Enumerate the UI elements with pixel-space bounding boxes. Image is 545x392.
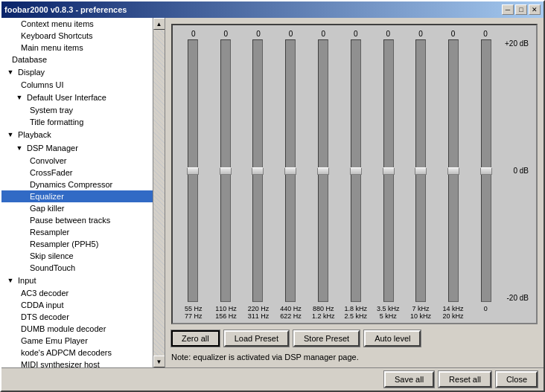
- sidebar-item-soundtouch[interactable]: SoundTouch: [1, 262, 153, 274]
- reset-all-button[interactable]: Reset all: [439, 371, 491, 388]
- zero-all-button[interactable]: Zero all: [171, 330, 220, 347]
- sidebar-item-columns-ui[interactable]: Columns UI: [1, 79, 153, 91]
- eq-sliders-inner: [177, 39, 502, 302]
- eq-slider-thumb[interactable]: [187, 167, 199, 175]
- sidebar-item-game-emu-player[interactable]: Game Emu Player: [1, 335, 153, 347]
- eq-slider-55Hz[interactable]: [177, 39, 208, 302]
- scroll-down-arrow[interactable]: ▼: [153, 356, 165, 367]
- sidebar-item-gap-killer[interactable]: Gap killer: [1, 202, 153, 214]
- sidebar-item-ac3-decoder[interactable]: AC3 decoder: [1, 287, 153, 299]
- sidebar-item-dts-decoder[interactable]: DTS decoder: [1, 311, 153, 323]
- eq-slider-thumb[interactable]: [284, 167, 296, 175]
- eq-slider-track[interactable]: [383, 39, 394, 302]
- expander-playback[interactable]: ▼: [4, 129, 16, 141]
- sidebar-item-pause-between-tracks[interactable]: Pause between tracks: [1, 214, 153, 226]
- sidebar-item-resampler[interactable]: Resampler: [1, 226, 153, 238]
- sidebar-item-keyboard-shortcuts[interactable]: Keyboard Shortcuts: [1, 30, 153, 42]
- eq-slider-track[interactable]: [188, 39, 198, 302]
- sidebar-scrollbar[interactable]: ▲ ▼: [153, 18, 165, 367]
- eq-slider-110Hz[interactable]: [210, 39, 241, 302]
- sidebar-item-resampler-pphs[interactable]: Resampler (PPH5): [1, 238, 153, 250]
- sidebar-item-default-user-interface[interactable]: ▼Default User Interface: [1, 91, 153, 104]
- eq-slider-880Hz[interactable]: [307, 39, 339, 302]
- eq-slider-thumb[interactable]: [383, 167, 395, 175]
- auto-level-button[interactable]: Auto level: [364, 330, 421, 347]
- load-preset-button[interactable]: Load Preset: [224, 330, 289, 347]
- eq-slider-track[interactable]: [252, 39, 263, 302]
- eq-slider-thumb[interactable]: [415, 167, 427, 175]
- sidebar-item-kodes-adpcm-decoders[interactable]: kode's ADPCM decoders: [1, 347, 153, 359]
- sidebar-content: Context menu itemsKeyboard ShortcutsMain…: [1, 18, 153, 367]
- sidebar-item-equalizer[interactable]: Equalizer: [1, 190, 153, 202]
- sidebar-label-gap-killer: Gap killer: [28, 203, 66, 213]
- sidebar-item-convolver[interactable]: Convolver: [1, 155, 153, 167]
- eq-slider-track[interactable]: [285, 39, 296, 302]
- minimize-button[interactable]: ─: [502, 4, 514, 15]
- bottom-bar: Save all Reset all Close: [1, 367, 544, 391]
- sidebar-label-database: Database: [10, 54, 48, 65]
- eq-freq-880Hz: 880 Hz1.2 kHz: [307, 305, 340, 320]
- eq-slider-track[interactable]: [481, 39, 491, 302]
- sidebar-item-crossfader[interactable]: CrossFader: [1, 167, 153, 179]
- sidebar-item-skip-silence[interactable]: Skip silence: [1, 250, 153, 262]
- title-bar: foobar2000 v0.8.3 - preferences ─ □ ✕: [1, 1, 544, 18]
- eq-slider-1.8kHz[interactable]: [340, 39, 372, 302]
- close-window-button[interactable]: ✕: [529, 4, 541, 15]
- save-all-button[interactable]: Save all: [384, 371, 434, 388]
- eq-slider-thumb[interactable]: [252, 167, 264, 175]
- eq-freq-110Hz: 110 Hz156 Hz: [210, 305, 243, 320]
- sidebar-item-system-tray[interactable]: System tray: [1, 104, 153, 116]
- sidebar-item-cdda-input[interactable]: CDDA input: [1, 299, 153, 311]
- eq-slider-track[interactable]: [351, 39, 361, 302]
- store-preset-button[interactable]: Store Preset: [293, 330, 360, 347]
- scroll-up-arrow[interactable]: ▲: [153, 18, 165, 30]
- scroll-track[interactable]: [153, 30, 165, 356]
- sidebar-label-crossfader: CrossFader: [28, 167, 74, 178]
- eq-slider-thumb[interactable]: [447, 167, 459, 175]
- eq-slider-7kHz[interactable]: [406, 39, 437, 302]
- eq-slider-220Hz[interactable]: [243, 39, 274, 302]
- eq-slider-track[interactable]: [318, 39, 328, 302]
- expander-default-user-interface[interactable]: ▼: [13, 91, 25, 103]
- sidebar-item-dsp-manager[interactable]: ▼DSP Manager: [1, 141, 153, 155]
- db-label: -20 dB: [507, 294, 529, 302]
- sidebar-label-equalizer: Equalizer: [28, 191, 66, 202]
- eq-slider-14kHz[interactable]: [438, 39, 469, 302]
- sidebar-item-input[interactable]: ▼Input: [1, 274, 153, 287]
- sidebar-label-ac3-decoder: AC3 decoder: [19, 288, 70, 298]
- sidebar-item-context-menu-items[interactable]: Context menu items: [1, 18, 153, 30]
- expander-input[interactable]: ▼: [4, 274, 16, 286]
- eq-slider-3.5kHz[interactable]: [373, 39, 404, 302]
- eq-frame: 0000000000 +20 dB0 dB-20 dB 55 Hz77 Hz11…: [171, 24, 538, 324]
- sidebar-label-pause-between-tracks: Pause between tracks: [28, 215, 112, 225]
- sidebar-item-dynamics-compressor[interactable]: Dynamics Compressor: [1, 179, 153, 190]
- sidebar-item-title-formatting[interactable]: Title formatting: [1, 116, 153, 128]
- expander-dsp-manager[interactable]: ▼: [13, 142, 25, 154]
- expander-display[interactable]: ▼: [4, 66, 16, 78]
- eq-slider-track[interactable]: [415, 39, 426, 302]
- sidebar-item-display[interactable]: ▼Display: [1, 65, 153, 79]
- eq-slider-thumb[interactable]: [480, 167, 492, 175]
- eq-freq-1.8kHz: 1.8 kHz2.5 kHz: [340, 305, 372, 320]
- eq-slider-0[interactable]: [471, 39, 502, 302]
- eq-slider-track[interactable]: [220, 39, 231, 302]
- eq-slider-track[interactable]: [448, 39, 459, 302]
- sidebar-item-playback[interactable]: ▼Playback: [1, 128, 153, 141]
- sidebar-label-skip-silence: Skip silence: [28, 251, 75, 261]
- maximize-button[interactable]: □: [515, 4, 527, 15]
- sidebar-item-dumb-module-decoder[interactable]: DUMB module decoder: [1, 323, 153, 335]
- eq-slider-thumb[interactable]: [350, 167, 362, 175]
- sidebar-label-display: Display: [16, 67, 46, 77]
- freq-top: 220 Hz: [248, 305, 270, 312]
- freq-top: 0: [484, 305, 488, 312]
- sidebar-item-database[interactable]: Database: [1, 54, 153, 65]
- eq-freq-14kHz: 14 kHz20 kHz: [437, 305, 470, 320]
- close-button[interactable]: Close: [496, 371, 538, 388]
- sidebar-label-soundtouch: SoundTouch: [28, 263, 77, 273]
- sidebar-item-midi-synthesizer-host[interactable]: MIDI synthesizer host: [1, 359, 153, 367]
- eq-slider-thumb[interactable]: [220, 167, 232, 175]
- sidebar-item-main-menu-items[interactable]: Main menu items: [1, 42, 153, 54]
- sidebar[interactable]: Context menu itemsKeyboard ShortcutsMain…: [1, 18, 165, 367]
- eq-slider-thumb[interactable]: [317, 167, 329, 175]
- eq-slider-440Hz[interactable]: [275, 39, 306, 302]
